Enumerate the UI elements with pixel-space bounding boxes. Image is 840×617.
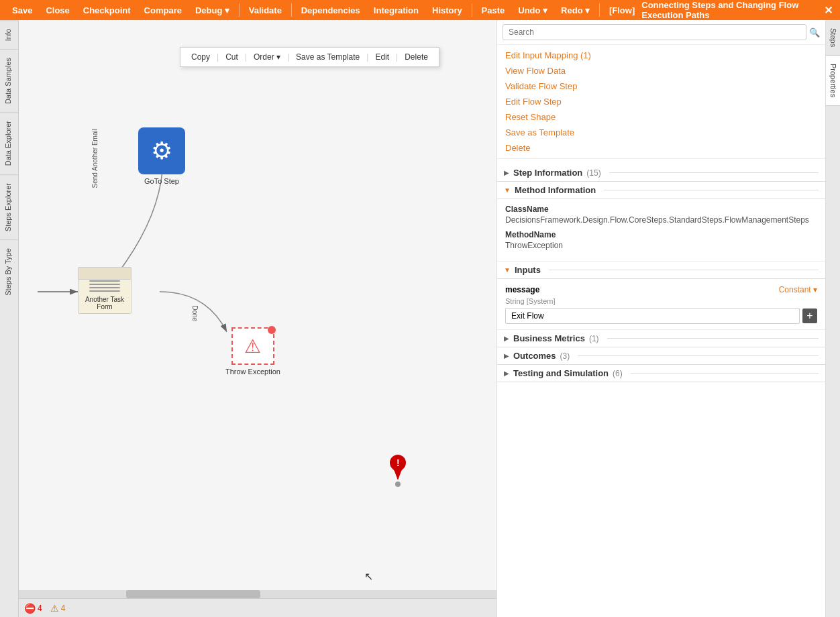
right-panel: 🔍 Edit Input Mapping (1) View Flow Data …	[496, 20, 825, 617]
method-information-header[interactable]: ▼ Method Information	[497, 182, 825, 199]
sidebar-tab-steps-explorer[interactable]: Steps Explorer	[0, 174, 18, 239]
methodname-value: ThrowException	[505, 241, 817, 250]
search-input[interactable]	[503, 24, 806, 40]
pin-tail	[394, 469, 402, 480]
ctx-save-template[interactable]: Save as Template	[291, 50, 365, 64]
inputs-header[interactable]: ▼ Inputs	[497, 262, 825, 279]
goto-step-box[interactable]: ⚙	[138, 127, 185, 174]
menu-save[interactable]: Save	[5, 0, 39, 20]
inputs-content: message Constant ▾ String [System] +	[497, 279, 825, 330]
step-information-count: (15)	[586, 168, 600, 178]
method-info-arrow: ▼	[504, 186, 511, 194]
horizontal-scrollbar[interactable]	[19, 590, 496, 598]
menu-integration[interactable]: Integration	[367, 0, 425, 20]
menu-reset-shape[interactable]: Reset Shape	[497, 109, 825, 125]
step-info-line	[609, 172, 819, 173]
methodname-label: MethodName	[505, 230, 817, 239]
testing-simulation-arrow: ▶	[504, 370, 509, 377]
menubar: Save Close Checkpoint Compare Debug ▾ Va…	[0, 0, 840, 20]
menu-redo[interactable]: Redo ▾	[554, 0, 596, 20]
menu-compare[interactable]: Compare	[138, 0, 189, 20]
canvas-connections	[19, 20, 496, 617]
menu-edit-input-mapping[interactable]: Edit Input Mapping (1)	[497, 48, 825, 63]
menu-delete[interactable]: Delete	[497, 140, 825, 156]
step-information-header[interactable]: ▶ Step Information (15)	[497, 164, 825, 182]
right-search: 🔍	[497, 20, 825, 45]
map-pin: !	[390, 455, 406, 487]
pin-icon: !	[397, 457, 400, 468]
task-form-node[interactable]: Another Task Form	[78, 267, 132, 314]
menu-paste[interactable]: Paste	[475, 0, 512, 20]
connection-label-send-email: Send Another Email	[91, 129, 99, 188]
scrollbar-thumb[interactable]	[126, 590, 260, 598]
business-metrics-arrow: ▶	[504, 335, 509, 342]
sidebar-tab-steps-by-type[interactable]: Steps By Type	[0, 239, 18, 304]
outcomes-arrow: ▶	[504, 352, 509, 359]
task-form-label: Another Task Form	[78, 296, 131, 311]
throw-exception-node[interactable]: ⚠ Throw Exception	[225, 327, 280, 376]
search-icon[interactable]: 🔍	[809, 27, 820, 38]
form-line-2	[89, 284, 121, 285]
cursor-indicator: ↖	[364, 570, 373, 583]
menu-undo[interactable]: Undo ▾	[511, 0, 554, 20]
menu-debug[interactable]: Debug ▾	[189, 0, 236, 20]
menu-checkpoint[interactable]: Checkpoint	[76, 0, 138, 20]
testing-simulation-title: Testing and Simulation	[513, 368, 609, 378]
throw-exception-label: Throw Exception	[225, 368, 280, 376]
testing-simulation-count: (6)	[613, 369, 623, 378]
menu-validate-flow-step[interactable]: Validate Flow Step	[497, 78, 825, 94]
business-metrics-header[interactable]: ▶ Business Metrics (1)	[497, 330, 825, 347]
message-type: String [System]	[505, 297, 817, 305]
close-button[interactable]: ✕	[822, 2, 835, 18]
sep-2	[291, 3, 292, 17]
testing-simulation-header[interactable]: ▶ Testing and Simulation (6)	[497, 365, 825, 382]
sidebar-tab-data-explorer[interactable]: Data Explorer	[0, 112, 18, 174]
message-input[interactable]	[505, 308, 800, 324]
constant-dropdown[interactable]: Constant ▾	[779, 285, 817, 294]
canvas-area[interactable]: Copy | Cut | Order ▾ | Save as Template …	[19, 20, 496, 617]
menu-flow[interactable]: [Flow]	[602, 0, 641, 20]
error-count[interactable]: ⛔ 4	[24, 603, 42, 614]
step-information-title: Step Information	[513, 168, 582, 178]
task-form-box[interactable]: Another Task Form	[78, 267, 132, 314]
sidebar-tab-data-samples[interactable]: Data Samples	[0, 49, 18, 112]
sep-1	[239, 3, 240, 17]
menu-validate[interactable]: Validate	[242, 0, 288, 20]
goto-step-node[interactable]: ⚙ GoTo Step	[138, 127, 185, 185]
ctx-edit[interactable]: Edit	[370, 50, 395, 64]
add-input-btn[interactable]: +	[802, 308, 817, 323]
menubar-title: Connecting Steps and Changing Flow Execu…	[641, 0, 817, 20]
inputs-title: Inputs	[515, 265, 541, 275]
menu-save-as-template[interactable]: Save as Template	[497, 125, 825, 140]
menu-history[interactable]: History	[425, 0, 469, 20]
step-info-arrow: ▶	[504, 169, 509, 176]
menu-view-flow-data[interactable]: View Flow Data	[497, 63, 825, 78]
right-panel-menu: Edit Input Mapping (1) View Flow Data Va…	[497, 45, 825, 159]
form-line-4	[89, 290, 121, 292]
warning-count[interactable]: ⚠ 4	[50, 603, 66, 614]
outcomes-line	[578, 355, 819, 356]
gear-icon: ⚙	[151, 137, 172, 165]
warning-icon: ⚠	[50, 603, 59, 614]
right-tab-steps[interactable]: Steps	[826, 20, 840, 56]
ctx-cut[interactable]: Cut	[220, 50, 244, 64]
ctx-delete[interactable]: Delete	[399, 50, 433, 64]
business-metrics-count: (1)	[589, 334, 599, 343]
menu-edit-flow-step[interactable]: Edit Flow Step	[497, 94, 825, 109]
sep-4	[599, 3, 600, 17]
ctx-copy[interactable]: Copy	[186, 50, 215, 64]
menu-close[interactable]: Close	[39, 0, 76, 20]
right-tab-properties[interactable]: Properties	[826, 56, 840, 106]
right-vertical-tabs: Steps Properties	[825, 20, 840, 617]
ctx-order[interactable]: Order ▾	[248, 50, 286, 64]
throw-exception-box[interactable]: ⚠	[231, 327, 274, 365]
message-field-row: +	[505, 308, 817, 324]
sidebar-tab-info[interactable]: Info	[0, 20, 18, 49]
method-information-title: Method Information	[515, 185, 596, 195]
error-count-value: 4	[38, 604, 42, 613]
connection-label-done: Done	[191, 306, 199, 322]
method-info-content: ClassName DecisionsFramework.Design.Flow…	[497, 199, 825, 262]
main-layout: Info Data Samples Data Explorer Steps Ex…	[0, 20, 840, 617]
menu-dependencies[interactable]: Dependencies	[295, 0, 367, 20]
outcomes-header[interactable]: ▶ Outcomes (3)	[497, 347, 825, 365]
